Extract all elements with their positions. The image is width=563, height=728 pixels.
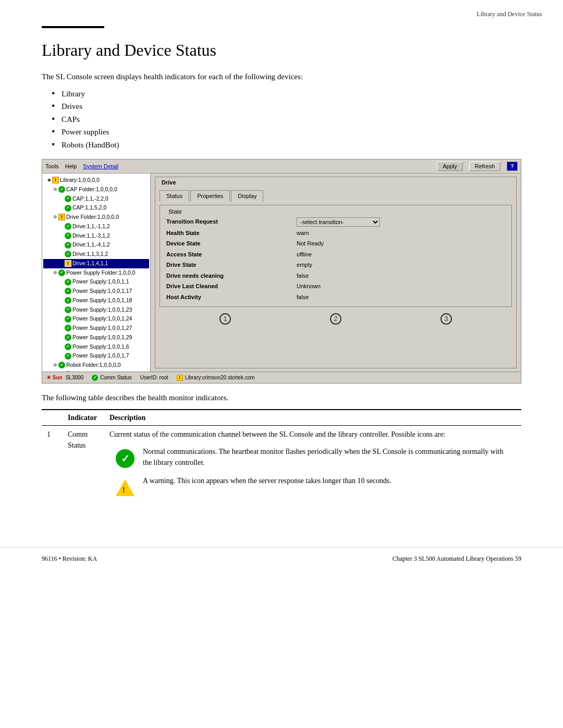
tree-label: CAP Folder:1,0,0,0,0: [66, 186, 117, 194]
bullet-drives: Drives: [52, 101, 521, 113]
footer-left: 96116 • Revision: KA: [42, 554, 97, 563]
spacer: [59, 195, 64, 203]
warn-icon: !: [65, 260, 71, 267]
check-desc-text: Normal communications. The heartbeat mon…: [143, 448, 504, 466]
help-button[interactable]: ?: [507, 162, 518, 171]
tree-item-cap2[interactable]: ✓ CAP:1,1,5,2,0: [43, 203, 149, 213]
apply-button[interactable]: Apply: [437, 162, 463, 171]
tree-item-cap-folder[interactable]: ⊕ ✓ CAP Folder:1,0,0,0,0: [43, 185, 149, 194]
last-cleaned-value: Unknown: [295, 281, 507, 292]
check-icon: ✓: [65, 288, 71, 294]
tree-label: Library:1,0,0,0,0: [60, 176, 100, 184]
cleaning-row: Drive needs cleaning false: [164, 270, 507, 281]
tree-item-ps-folder[interactable]: ⊕ ✓ Power Supply Folder:1,0,0,0: [43, 268, 149, 278]
check-icon: ✓: [58, 186, 65, 193]
tree-item-library[interactable]: ◆ ! Library:1,0,0,0,0: [43, 176, 149, 185]
bullet-library: Library: [52, 88, 521, 100]
app-name: SL3000: [66, 374, 83, 381]
spacer: [59, 325, 64, 332]
app-window: Tools Help System Detail Apply Refresh ?…: [42, 159, 521, 384]
tree-item-robot-folder[interactable]: ⊕ ✓ Robot Folder:1,0,0,0,0: [43, 361, 149, 370]
access-label: Access State: [164, 249, 295, 260]
spacer: [59, 315, 64, 323]
tree-label: Drive:1,1,4,1,1: [72, 260, 108, 268]
tree-item-drive4[interactable]: ✓ Drive:1,1,3,1,2: [43, 250, 149, 259]
check-icon: ✓: [65, 316, 71, 323]
tree-label: Robot Folder:1,0,0,0,0: [66, 361, 120, 369]
th-indicator: Indicator: [63, 410, 104, 426]
device-value: Not Ready: [295, 238, 507, 249]
host-activity-row: Host Activity false: [164, 292, 507, 303]
check-icon: ✓: [65, 297, 71, 304]
drive-state-label: Drive State: [164, 260, 295, 270]
status-bar: ☀ Sun SL3000 ✓ Comm Status UserID: root …: [42, 372, 521, 383]
tree-item-ps2[interactable]: ✓ Power Supply:1,0,0,1,17: [43, 287, 149, 296]
check-icon: ✓: [65, 353, 71, 360]
tree-item-drive2[interactable]: ✓ Drive:1,1,-3,1,2: [43, 231, 149, 241]
refresh-button[interactable]: Refresh: [469, 162, 501, 171]
tree-label: Power Supply:1,0,0,1,23: [72, 306, 132, 314]
tab-display[interactable]: Display: [231, 190, 263, 202]
check-icon: ✓: [65, 306, 71, 313]
tree-label: Power Supply:1,0,0,1,24: [72, 315, 132, 323]
app-name-item: ☀ Sun SL3000: [46, 374, 83, 381]
comm-status-item: ✓ Comm Status: [92, 374, 132, 381]
tree-label: Power Supply Folder:1,0,0,0: [66, 269, 136, 277]
spacer: [59, 241, 64, 249]
menu-help[interactable]: Help: [65, 162, 77, 171]
tab-properties[interactable]: Properties: [190, 190, 230, 202]
tree-item-drive1[interactable]: ✓ Drive:1,1,-1,1,2: [43, 222, 149, 231]
cleaning-label: Drive needs cleaning: [164, 270, 295, 281]
spacer: [59, 223, 64, 230]
tree-item-ps8[interactable]: ✓ Power Supply:1,0,0,1,6: [43, 342, 149, 352]
menu-system-detail[interactable]: System Detail: [83, 162, 118, 171]
tree-label: Drive:1,1,3,1,2: [72, 250, 108, 258]
tree-item-ps9[interactable]: ✓ Power Supply:1,0,0,1,7: [43, 351, 149, 361]
callout-2: 2: [330, 313, 341, 325]
warn-desc-cell: A warning. This icon appears when the se…: [141, 473, 516, 502]
callout-3: 3: [440, 313, 452, 325]
menu-tools[interactable]: Tools: [45, 162, 59, 171]
tree-panel[interactable]: ◆ ! Library:1,0,0,0,0 ⊕ ✓ CAP Folder:1,0…: [42, 174, 151, 372]
library-item: ! Library:crimson20.stortek.com: [177, 374, 255, 381]
table-row: 1 CommStatus Current status of the commu…: [42, 425, 521, 505]
check-icon: ✓: [58, 269, 65, 276]
spacer: [59, 251, 64, 258]
tree-item-ps6[interactable]: ✓ Power Supply:1,0,0,1,27: [43, 324, 149, 333]
tree-item-drive5-selected[interactable]: ! Drive:1,1,4,1,1: [43, 259, 149, 268]
tree-label: Power Supply:1,0,0,1,29: [72, 334, 132, 342]
drive-state-value: empty: [295, 260, 507, 270]
tree-label: Power Supply:1,0,0,1,1: [72, 278, 129, 286]
check-icon: ✓: [65, 334, 71, 341]
spacer: [59, 306, 64, 314]
tree-item-cap1[interactable]: ✓ CAP:1,1,-2,2,0: [43, 194, 149, 204]
tree-label: CAP:1,1,-2,2,0: [72, 195, 108, 203]
tree-item-ps1[interactable]: ✓ Power Supply:1,0,0,1,1: [43, 277, 149, 287]
check-icon: ✓: [58, 362, 65, 368]
tree-label: Power Supply:1,0,0,1,18: [72, 297, 132, 305]
tree-item-ps4[interactable]: ✓ Power Supply:1,0,0,1,23: [43, 305, 149, 315]
transition-label: Transition Request: [164, 216, 295, 228]
tree-item-robot1[interactable]: ✓ Robot:1,1,0,1,0: [43, 370, 149, 372]
check-icon: ✓: [65, 195, 71, 202]
tree-item-drive-folder[interactable]: ⊕ ! Drive Folder:1,0,0,0,0: [43, 213, 149, 222]
select-transition-dropdown[interactable]: -select transition-: [297, 217, 380, 227]
comm-status-label: Comm Status: [100, 374, 132, 381]
library-label: Library:crimson20.stortek.com: [185, 374, 255, 381]
user-label: UserID: root: [140, 374, 168, 381]
tree-item-ps3[interactable]: ✓ Power Supply:1,0,0,1,18: [43, 296, 149, 305]
tree-item-ps5[interactable]: ✓ Power Supply:1,0,0,1,24: [43, 314, 149, 324]
icon-desc-warn-row: A warning. This icon appears when the se…: [109, 473, 516, 502]
cleaning-value: false: [295, 270, 507, 281]
tab-status[interactable]: Status: [160, 190, 189, 202]
transition-value[interactable]: -select transition-: [295, 216, 507, 228]
tree-item-drive3[interactable]: ✓ Drive:1,1,-4,1,2: [43, 240, 149, 250]
header-label: Library and Device Status: [476, 9, 542, 19]
tree-item-ps7[interactable]: ✓ Power Supply:1,0,0,1,29: [43, 333, 149, 342]
spacer: [59, 343, 64, 351]
health-label: Health State: [164, 228, 295, 239]
device-label: Device State: [164, 238, 295, 249]
bullet-power: Power supplies: [52, 126, 521, 138]
menu-bar: Tools Help System Detail Apply Refresh ?: [42, 159, 521, 174]
tree-label: Power Supply:1,0,0,1,7: [72, 352, 129, 360]
